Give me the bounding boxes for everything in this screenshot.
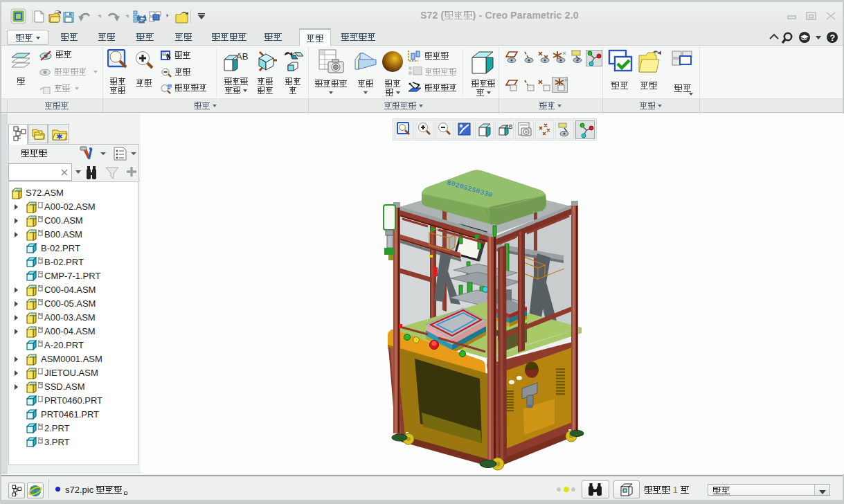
svg-text:AB: AB [236,53,248,62]
svg-text:?: ? [830,33,836,43]
svg-text:AB: AB [505,123,513,130]
